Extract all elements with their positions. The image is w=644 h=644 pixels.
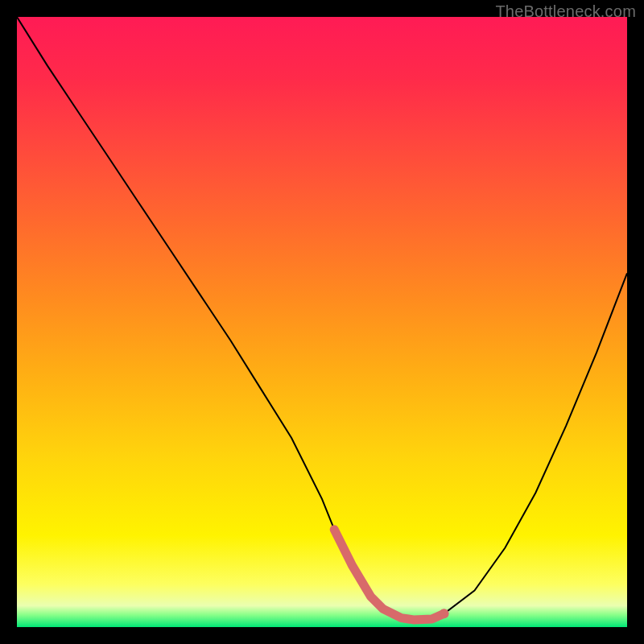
watermark-text: TheBottleneck.com	[495, 2, 636, 21]
chart-stage: TheBottleneck.com	[0, 0, 644, 644]
plot-area	[17, 17, 627, 627]
